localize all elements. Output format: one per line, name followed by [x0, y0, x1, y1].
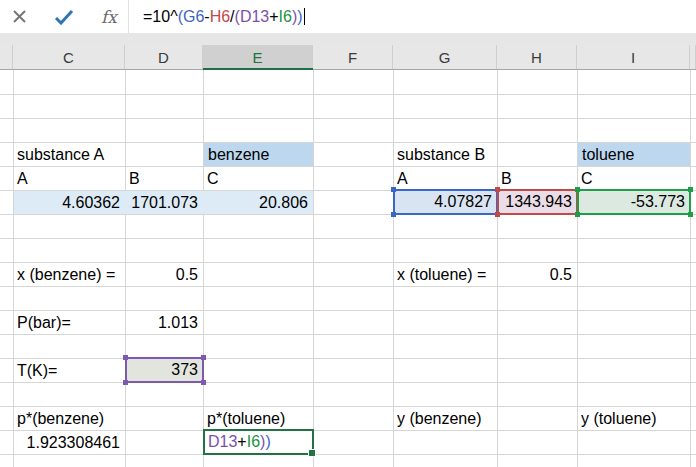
column-header-partial[interactable]	[0, 45, 13, 70]
cell-c6[interactable]: 4.60362	[13, 191, 125, 214]
cell-h9-x-toluene-value[interactable]: 0.5	[497, 263, 577, 286]
cell-g6-ref-highlight[interactable]: 4.07827	[393, 189, 498, 215]
cell-c15-p-benzene-label[interactable]: p*(benzene)	[13, 407, 125, 430]
cell-d11-pressure-value[interactable]: 1.013	[125, 311, 203, 334]
column-header-g[interactable]: G	[393, 45, 497, 70]
cell-c9-x-benzene-label[interactable]: x (benzene) =	[13, 263, 125, 286]
cell-e15-p-toluene-label[interactable]: p*(toluene)	[203, 407, 313, 430]
range-handle[interactable]	[688, 212, 693, 217]
range-handle[interactable]	[123, 355, 128, 360]
edit-segment: +	[237, 433, 246, 450]
cell-h6-ref-highlight[interactable]: 1343.943	[497, 189, 578, 215]
cell-c16-p-benzene-value[interactable]: 1.923308461	[13, 431, 125, 454]
cell-e16-edit-cell[interactable]: D13+I6))	[203, 429, 314, 455]
cell-d13-value: 373	[171, 361, 198, 378]
gridline	[0, 238, 696, 239]
cell-i15-y-toluene-label[interactable]: y (toluene)	[577, 407, 690, 430]
edit-segment-ref-d13: D13	[208, 433, 237, 450]
range-handle[interactable]	[391, 187, 396, 192]
formula-segment-ref-d13: D13	[240, 8, 269, 25]
cell-i4-toluene[interactable]: toluene	[578, 143, 690, 166]
cell-h5[interactable]: B	[497, 167, 577, 190]
column-header-h[interactable]: H	[497, 45, 577, 70]
gridline	[0, 94, 696, 95]
formula-segment: +	[269, 8, 278, 25]
formula-segment: )	[297, 8, 302, 25]
sheet-grid[interactable]: substance A benzene substance B toluene …	[0, 70, 696, 467]
range-handle[interactable]	[391, 212, 396, 217]
cell-c13-temperature-label[interactable]: T(K)=	[13, 359, 125, 382]
edit-segment-ref-i6: I6	[247, 433, 260, 450]
cell-i5[interactable]: C	[577, 167, 690, 190]
range-handle[interactable]	[201, 380, 206, 385]
range-handle[interactable]	[123, 380, 128, 385]
cell-e6[interactable]: 20.806	[203, 191, 313, 214]
formula-segment-ref-i6: I6	[279, 8, 292, 25]
header-strip	[0, 33, 696, 45]
edit-segment: )	[265, 433, 270, 450]
cell-e5[interactable]: C	[203, 167, 313, 190]
range-handle[interactable]	[575, 212, 580, 217]
gridline	[0, 286, 696, 287]
fx-icon: fx	[101, 7, 117, 27]
column-header-row: C D E F G H I	[0, 45, 696, 70]
range-handle[interactable]	[201, 355, 206, 360]
formula-bar-divider	[128, 0, 129, 33]
cell-d13-ref-highlight[interactable]: 373	[125, 357, 204, 383]
cell-g15-y-benzene-label[interactable]: y (benzene)	[393, 407, 497, 430]
gridline	[313, 70, 314, 467]
text-cursor	[304, 8, 305, 25]
formula-segment: =10^	[143, 8, 178, 25]
insert-function-button[interactable]: fx	[96, 0, 122, 33]
column-header-f[interactable]: F	[313, 45, 393, 70]
range-handle[interactable]	[495, 212, 500, 217]
enter-button[interactable]	[50, 0, 78, 33]
spreadsheet-window: fx =10^(G6-H6/(D13+I6)) C D E F G H I	[0, 0, 696, 467]
cell-g6-value: 4.07827	[434, 193, 492, 210]
cell-i6-ref-highlight[interactable]: -53.773	[577, 189, 691, 215]
gridline	[0, 382, 696, 383]
column-header-d[interactable]: D	[125, 45, 203, 70]
gridline	[0, 334, 696, 335]
formula-segment-ref-g6: G6	[183, 8, 204, 25]
fill-handle[interactable]	[308, 449, 316, 457]
formula-bar: fx =10^(G6-H6/(D13+I6))	[0, 0, 696, 34]
cell-e4-benzene[interactable]: benzene	[204, 143, 313, 166]
cancel-x-icon	[12, 9, 27, 24]
range-handle[interactable]	[688, 187, 693, 192]
column-header-partial[interactable]	[690, 45, 696, 70]
cell-d6[interactable]: 1701.073	[125, 191, 203, 214]
cancel-button[interactable]	[6, 0, 32, 33]
gridline	[0, 454, 696, 455]
cell-c5[interactable]: A	[13, 167, 125, 190]
cell-i6-value: -53.773	[631, 193, 685, 210]
cell-g5[interactable]: A	[393, 167, 497, 190]
cell-d5[interactable]: B	[125, 167, 203, 190]
gridline	[690, 70, 691, 467]
gridline	[0, 118, 696, 119]
cell-g4-substance-b[interactable]: substance B	[393, 143, 497, 166]
cell-g9-x-toluene-label[interactable]: x (toluene) =	[393, 263, 497, 286]
column-header-c[interactable]: C	[13, 45, 125, 70]
cell-c4-substance-a[interactable]: substance A	[13, 143, 125, 166]
formula-segment-ref-h6: H6	[210, 8, 230, 25]
cell-d9-x-benzene-value[interactable]: 0.5	[125, 263, 203, 286]
cell-c11-pressure-label[interactable]: P(bar)=	[13, 311, 125, 334]
column-header-i[interactable]: I	[577, 45, 690, 70]
column-header-e-selected[interactable]: E	[203, 45, 313, 70]
formula-input[interactable]: =10^(G6-H6/(D13+I6))	[143, 0, 305, 33]
enter-check-icon	[54, 9, 74, 25]
range-handle[interactable]	[495, 187, 500, 192]
cell-h6-value: 1343.943	[505, 193, 572, 210]
range-handle[interactable]	[575, 187, 580, 192]
